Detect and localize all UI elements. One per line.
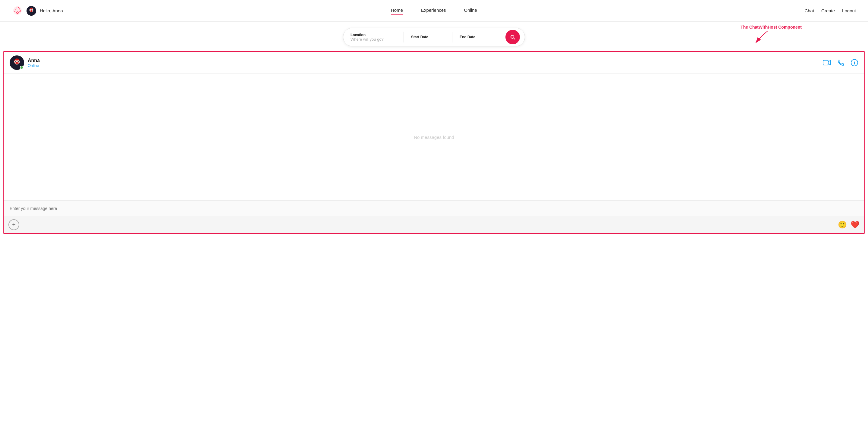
- online-indicator: [20, 66, 24, 69]
- start-date-section[interactable]: Start Date: [404, 28, 452, 46]
- start-date-label: Start Date: [411, 35, 445, 39]
- chat-header-right: [823, 59, 858, 67]
- svg-point-12: [15, 61, 16, 62]
- add-attachment-button[interactable]: +: [8, 219, 19, 230]
- location-section[interactable]: Location Where will you go?: [343, 28, 404, 46]
- location-placeholder: Where will you go?: [350, 37, 396, 41]
- create-link[interactable]: Create: [821, 8, 835, 13]
- chat-username: Anna: [28, 58, 40, 63]
- video-call-button[interactable]: [823, 60, 831, 66]
- chat-link[interactable]: Chat: [804, 8, 814, 13]
- end-date-label: End Date: [460, 35, 493, 39]
- chat-user-info: Anna Online: [28, 58, 40, 68]
- annotation-text: The ChatWithHost Component: [741, 25, 802, 30]
- navbar-right: Chat Create Logout: [796, 8, 856, 13]
- emoji-button[interactable]: 🙂: [838, 220, 847, 229]
- annotation-arrow: [749, 30, 774, 44]
- logout-link[interactable]: Logout: [842, 8, 856, 13]
- message-input[interactable]: [4, 200, 864, 216]
- search-bar: Location Where will you go? Start Date E…: [343, 28, 525, 46]
- navbar-center: Home Experiences Online: [72, 7, 796, 14]
- navbar-left: Hello, Anna: [12, 5, 72, 16]
- chat-input-area: + 🙂 ❤️: [4, 200, 864, 233]
- end-date-section[interactable]: End Date: [453, 28, 501, 46]
- chat-status: Online: [28, 63, 40, 68]
- svg-rect-17: [823, 60, 828, 65]
- phone-call-button[interactable]: [837, 59, 844, 66]
- location-label: Location: [350, 33, 396, 37]
- search-area: Location Where will you go? Start Date E…: [0, 22, 868, 51]
- chat-avatar: [10, 56, 24, 70]
- svg-point-13: [18, 61, 19, 62]
- chat-header: Anna Online: [4, 52, 864, 74]
- svg-point-20: [854, 61, 855, 61]
- search-btn-wrapper: [501, 30, 525, 44]
- no-messages-text: No messages found: [414, 135, 454, 140]
- nav-experiences[interactable]: Experiences: [421, 7, 446, 14]
- chat-toolbar: + 🙂 ❤️: [4, 216, 864, 233]
- greeting-text: Hello, Anna: [40, 8, 63, 13]
- chat-messages-area: No messages found: [4, 74, 864, 200]
- search-button[interactable]: [505, 30, 520, 44]
- heart-button[interactable]: ❤️: [850, 220, 860, 229]
- annotation: The ChatWithHost Component: [741, 25, 802, 44]
- avatar: [27, 6, 36, 15]
- svg-point-6: [32, 9, 33, 10]
- navbar: Hello, Anna Home Experiences Online Chat…: [0, 0, 868, 22]
- airbnb-logo[interactable]: [12, 5, 23, 16]
- info-button[interactable]: [850, 59, 858, 67]
- nav-home[interactable]: Home: [391, 7, 403, 14]
- svg-point-5: [30, 9, 31, 10]
- chat-right-actions: 🙂 ❤️: [838, 220, 860, 229]
- chat-with-host-component: Anna Online: [3, 51, 865, 234]
- nav-online[interactable]: Online: [464, 7, 477, 14]
- search-bar-container: Location Where will you go? Start Date E…: [0, 22, 868, 51]
- chat-header-left: Anna Online: [10, 56, 40, 70]
